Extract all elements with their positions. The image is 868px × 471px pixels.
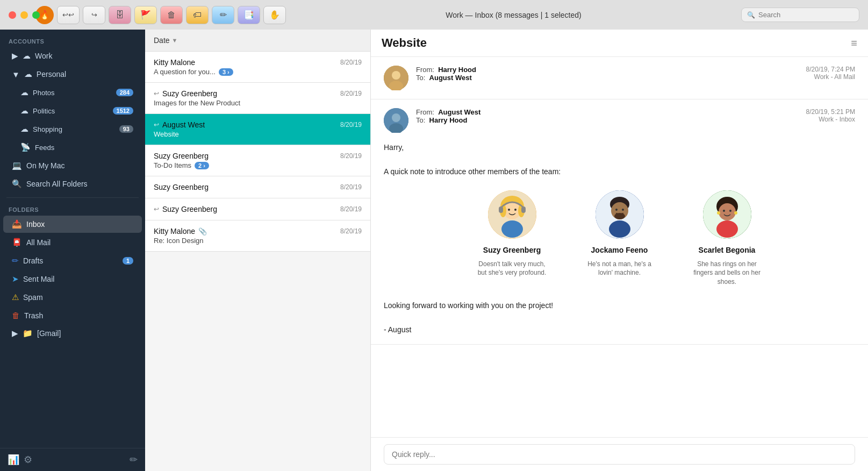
team-grid: Suzy Greenberg Doesn't talk very much, b… bbox=[384, 190, 855, 287]
from-name: August West bbox=[438, 108, 480, 116]
sidebar-item-search-all[interactable]: 🔍 Search All Folders bbox=[3, 175, 142, 192]
spam-icon: ⚠ bbox=[12, 292, 19, 302]
tag-button[interactable]: 🏷 bbox=[186, 6, 209, 24]
bookmark-button[interactable]: 📑 bbox=[238, 6, 260, 24]
close-button[interactable] bbox=[9, 11, 16, 19]
sidebar-bottom: 📊 ⚙ ✏ bbox=[0, 448, 145, 471]
feeds-label: Feeds bbox=[35, 144, 54, 152]
sidebar-item-sent-mail[interactable]: ➤ Sent Mail bbox=[3, 270, 142, 288]
minimize-button[interactable] bbox=[20, 11, 28, 19]
photos-icon: ☁ bbox=[20, 88, 28, 97]
sort-button[interactable]: Date ▼ bbox=[154, 36, 177, 45]
main-area: Accounts ▶ ☁ Work ▼ ☁ Personal ☁ Photos … bbox=[0, 30, 868, 471]
politics-label: Politics bbox=[33, 107, 55, 115]
activity-button[interactable]: 📊 bbox=[8, 454, 19, 466]
computer-icon: 💻 bbox=[12, 161, 22, 170]
reply-arrow-icon: ↩ bbox=[154, 205, 159, 213]
sent-mail-label: Sent Mail bbox=[23, 275, 54, 283]
to-name: August West bbox=[429, 74, 472, 82]
svg-point-20 bbox=[615, 209, 618, 211]
email-mailbox: Work - Inbox bbox=[806, 116, 855, 123]
sidebar-item-shopping[interactable]: ☁ Shopping 93 bbox=[3, 120, 142, 138]
email-toolbar: Website ≡ bbox=[371, 30, 868, 57]
sent-icon: ➤ bbox=[12, 274, 19, 284]
sidebar-item-spam[interactable]: ⚠ Spam bbox=[3, 289, 142, 306]
message-item[interactable]: Suzy Greenberg 8/20/19 bbox=[145, 176, 370, 198]
settings-button[interactable]: ⚙ bbox=[24, 454, 32, 466]
archive-button[interactable]: 🗄 bbox=[109, 6, 131, 24]
sidebar-item-trash[interactable]: 🗑 Trash bbox=[3, 307, 142, 324]
svg-point-29 bbox=[729, 210, 731, 212]
sidebar-item-on-my-mac[interactable]: 💻 On My Mac bbox=[3, 157, 142, 174]
email-to: To: August West bbox=[416, 74, 799, 82]
reply-arrow-icon: ↩ bbox=[154, 121, 159, 129]
sidebar-item-work[interactable]: ▶ ☁ Work bbox=[3, 47, 142, 65]
from-label: From: bbox=[416, 66, 436, 74]
search-box[interactable]: 🔍 bbox=[741, 8, 859, 22]
trash-button[interactable]: 🗑 bbox=[160, 6, 183, 24]
svg-point-31 bbox=[734, 211, 737, 215]
all-mail-label: All Mail bbox=[26, 238, 51, 247]
email-menu-button[interactable]: ≡ bbox=[851, 37, 857, 49]
team-member-name: Jockamo Feeno bbox=[582, 244, 657, 256]
message-date: 8/20/19 bbox=[340, 227, 362, 235]
shopping-badge: 93 bbox=[119, 125, 133, 133]
forward-button[interactable]: ↪ bbox=[83, 6, 105, 24]
folders-label: Folders bbox=[0, 202, 145, 215]
svg-point-28 bbox=[723, 210, 725, 212]
sidebar: Accounts ▶ ☁ Work ▼ ☁ Personal ☁ Photos … bbox=[0, 30, 145, 471]
flag-button[interactable]: 🚩 bbox=[134, 6, 157, 24]
search-folders-icon: 🔍 bbox=[12, 179, 22, 189]
message-subject: Website bbox=[154, 130, 362, 138]
sidebar-item-politics[interactable]: ☁ Politics 1512 bbox=[3, 102, 142, 119]
accounts-label: Accounts bbox=[0, 34, 145, 47]
message-sender: Suzy Greenberg bbox=[154, 183, 209, 191]
email-from-to: From: August West To: Harry Hood bbox=[416, 108, 799, 124]
message-subject: Re: Icon Design bbox=[154, 237, 362, 245]
maximize-button[interactable] bbox=[32, 11, 40, 19]
feeds-icon: 📡 bbox=[20, 142, 31, 152]
sender-avatar bbox=[384, 66, 408, 90]
team-member-avatar bbox=[596, 190, 644, 239]
drafts-badge: 1 bbox=[123, 257, 133, 265]
sidebar-item-photos[interactable]: ☁ Photos 284 bbox=[3, 84, 142, 101]
search-area: 🔍 bbox=[741, 8, 859, 22]
message-item[interactable]: ↩ Suzy Greenberg 8/20/19 bbox=[145, 198, 370, 220]
sidebar-item-gmail[interactable]: ▶ 📁 [Gmail] bbox=[3, 325, 142, 342]
svg-rect-14 bbox=[499, 206, 503, 213]
photos-label: Photos bbox=[33, 89, 54, 97]
sidebar-divider bbox=[6, 197, 139, 198]
reply-all-button[interactable]: ↩↩ bbox=[57, 6, 80, 24]
window-title: Work — Inbox (8 messages | 1 selected) bbox=[286, 11, 741, 19]
email-message: From: August West To: Harry Hood 8/20/19… bbox=[371, 99, 868, 345]
sidebar-item-inbox[interactable]: 📥 Inbox bbox=[3, 216, 142, 233]
sort-arrow-icon: ▼ bbox=[172, 37, 178, 44]
sidebar-item-feeds[interactable]: 📡 Feeds bbox=[3, 139, 142, 156]
sidebar-item-drafts[interactable]: ✏ Drafts 1 bbox=[3, 252, 142, 269]
email-signature: - August bbox=[384, 324, 855, 336]
message-item[interactable]: ↩ Suzy Greenberg 8/20/19 Images for the … bbox=[145, 83, 370, 114]
message-sender: Suzy Greenberg bbox=[154, 152, 209, 160]
work-cloud-icon: ☁ bbox=[23, 51, 31, 61]
search-icon: 🔍 bbox=[747, 11, 755, 19]
sidebar-item-all-mail[interactable]: 📮 All Mail bbox=[3, 234, 142, 251]
photos-badge: 284 bbox=[116, 89, 133, 96]
email-mailbox: Work - All Mail bbox=[806, 73, 855, 81]
spam-label: Spam bbox=[23, 293, 43, 302]
message-item[interactable]: Kitty Malone 8/20/19 A question for you.… bbox=[145, 52, 370, 83]
quick-reply-area bbox=[371, 437, 868, 471]
email-date: 8/20/19, 7:24 PM bbox=[806, 66, 855, 73]
compose-button[interactable]: ✏ bbox=[130, 454, 138, 466]
stamp-button[interactable]: ✋ bbox=[263, 6, 286, 24]
message-item[interactable]: ↩ August West 8/20/19 Website bbox=[145, 114, 370, 145]
message-subject: To-Do Items 2 › bbox=[154, 161, 362, 169]
message-item[interactable]: Kitty Malone 📎 8/20/19 Re: Icon Design bbox=[145, 220, 370, 252]
sidebar-item-personal[interactable]: ▼ ☁ Personal bbox=[3, 66, 142, 83]
edit-button[interactable]: ✏ bbox=[212, 6, 234, 24]
svg-point-4 bbox=[392, 113, 400, 122]
quick-reply-input[interactable] bbox=[384, 444, 855, 465]
search-input[interactable] bbox=[758, 11, 853, 19]
politics-badge: 1512 bbox=[113, 107, 133, 115]
message-sender: ↩ Suzy Greenberg bbox=[154, 205, 217, 213]
message-item[interactable]: Suzy Greenberg 8/20/19 To-Do Items 2 › bbox=[145, 145, 370, 176]
